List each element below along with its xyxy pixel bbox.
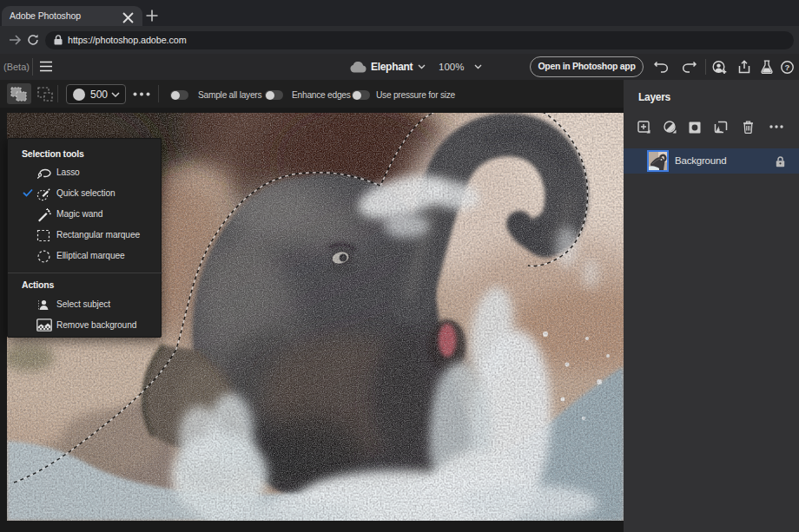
svg-text:?: ? [785,62,790,72]
